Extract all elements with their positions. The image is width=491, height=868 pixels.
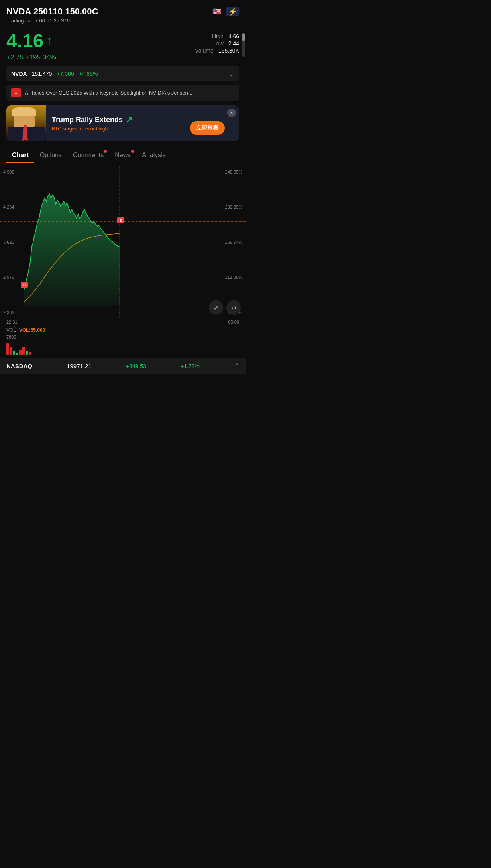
news-text: AI Takes Over CES 2025 With a Keynote Sp…	[25, 90, 192, 96]
volume-label: Volume	[195, 47, 214, 54]
y-label-4-right: 111.08%	[218, 275, 246, 280]
lightning-icon[interactable]: ⚡	[226, 7, 239, 16]
vol-bar-3	[13, 351, 15, 355]
chart-controls: ⤢ ↤	[209, 300, 241, 315]
tab-options[interactable]: Options	[34, 148, 67, 163]
tabs: Chart Options Comments News Analysis	[0, 148, 246, 163]
volume-section: VOL VOL:65.000 7800	[0, 326, 246, 358]
nasdaq-percent: +1.78%	[181, 363, 200, 369]
price-chart: S B	[0, 166, 246, 318]
chart-area: 4.908 4.264 3.620 2.976 2.332	[0, 163, 246, 326]
vol-bar-1	[6, 343, 9, 355]
tab-comments[interactable]: Comments	[67, 148, 109, 163]
price-value: 4.16	[6, 30, 43, 52]
chart-y-labels-right: 248.05% 202.39% 156.74% 111.08% 65.43%	[218, 166, 246, 318]
nvda-bar[interactable]: NVDA 151.470 +7.000 +4.85% ⌄	[6, 66, 239, 81]
low-value: 2.44	[228, 40, 239, 47]
comments-dot	[104, 150, 107, 153]
volume-value: 165.80K	[218, 47, 239, 54]
price-arrow-icon: ↑	[47, 34, 53, 48]
vol-bar-8	[29, 352, 31, 355]
ad-image	[6, 105, 46, 141]
news-dot	[131, 150, 134, 153]
tab-news[interactable]: News	[109, 148, 136, 163]
nasdaq-chevron-icon: ⌃	[234, 362, 239, 370]
nasdaq-name: NASDAQ	[6, 363, 32, 369]
flag-icon[interactable]: 🇺🇸	[210, 7, 223, 16]
volume-bars	[6, 340, 239, 356]
nasdaq-change: +349.53	[126, 363, 146, 369]
y-label-3-right: 156.74%	[218, 240, 246, 245]
price-change: +2.75 +195.04%	[6, 53, 56, 61]
chart-time-right: 05:00	[228, 320, 239, 324]
y-label-top-right: 248.05%	[218, 170, 246, 174]
vol-label: VOL	[6, 327, 16, 333]
chart-container: 4.908 4.264 3.620 2.976 2.332	[0, 166, 246, 318]
high-label: High	[212, 33, 224, 39]
vol-bar-5	[19, 350, 22, 355]
news-ticker[interactable]: ≡ AI Takes Over CES 2025 With a Keynote …	[6, 85, 239, 101]
tab-analysis[interactable]: Analysis	[136, 148, 171, 163]
nvda-change: +7.000	[57, 71, 74, 77]
vol-bar-2	[10, 347, 12, 355]
y-label-2-right: 202.39%	[218, 205, 246, 209]
ad-arrow-icon: ↗	[125, 115, 132, 125]
price-section: 4.16 ↑ +2.75 +195.04% High 4.66 Low 2.44…	[0, 27, 246, 65]
collapse-chart-button[interactable]: ↤	[226, 300, 241, 315]
svg-text:S: S	[120, 219, 122, 223]
trading-time: Trading Jan 7 00:51:27 SGT	[6, 18, 239, 24]
high-value: 4.66	[228, 33, 239, 39]
nasdaq-price: 19971.21	[67, 363, 92, 369]
expand-chart-button[interactable]: ⤢	[209, 300, 223, 315]
nvda-price: 151.470	[32, 71, 52, 77]
vol-bar-6	[22, 347, 25, 355]
news-icon: ≡	[11, 88, 21, 97]
vol-bar-7	[26, 351, 28, 355]
nasdaq-bar[interactable]: NASDAQ 19971.21 +349.53 +1.78% ⌃	[0, 358, 246, 374]
header: NVDA 250110 150.00C 🇺🇸 ⚡ Trading Jan 7 0…	[0, 0, 246, 27]
vol-bar-4	[16, 353, 18, 355]
right-stats: High 4.66 Low 2.44 Volume 165.80K	[195, 33, 239, 54]
nvda-ticker: NVDA	[11, 71, 27, 77]
left-price: 4.16 ↑ +2.75 +195.04%	[6, 30, 56, 61]
chevron-down-icon: ⌄	[228, 69, 234, 78]
vol-value: VOL:65.000	[19, 327, 45, 333]
tab-chart[interactable]: Chart	[6, 148, 34, 163]
chart-time-left: 22:31	[6, 320, 18, 324]
stock-title: NVDA 250110 150.00C	[6, 6, 98, 17]
ad-banner: Trump Rally Extends ↗ BTC surges to reco…	[6, 105, 239, 141]
low-label: Low	[213, 40, 224, 47]
ad-close-button[interactable]: ×	[227, 108, 236, 117]
nvda-percent: +4.85%	[79, 71, 98, 77]
ad-cta-button[interactable]: 立即查看	[190, 121, 225, 135]
vol-y-label: 7800	[6, 335, 239, 339]
header-icons: 🇺🇸 ⚡	[210, 7, 239, 16]
svg-text:B: B	[23, 283, 26, 287]
chart-bottom-labels: 22:31 05:00	[0, 318, 246, 326]
